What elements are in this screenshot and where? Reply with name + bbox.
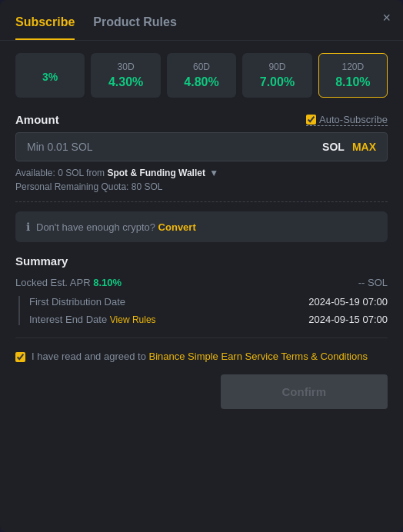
terms-row: I have read and agreed to Binance Simple… (15, 351, 388, 362)
first-dist-value: 2024-05-19 07:00 (308, 296, 388, 308)
auto-subscribe-checkbox[interactable] (306, 115, 316, 125)
duration-card-partial[interactable]: 3% (15, 53, 85, 98)
interest-end-value: 2024-09-15 07:00 (308, 314, 388, 325)
duration-card-120d[interactable]: 120D 8.10% (318, 53, 388, 98)
first-dist-label: First Distribution Date (29, 296, 125, 308)
amount-label: Amount (15, 113, 59, 126)
dropdown-arrow-icon[interactable]: ▼ (209, 168, 218, 178)
duration-row: 3% 30D 4.30% 60D 4.80% 90D 7.00% 120D 8.… (15, 53, 388, 98)
amount-placeholder: Min 0.01 SOL (27, 141, 93, 153)
apr-value: 8.10% (93, 277, 122, 288)
convert-text: Don't have enough crypto? Convert (36, 221, 196, 233)
modal-body: 3% 30D 4.30% 60D 4.80% 90D 7.00% 120D 8.… (0, 41, 403, 421)
duration-days-120d: 120D (325, 62, 381, 72)
view-rules-link[interactable]: View Rules (110, 314, 156, 325)
wallet-info: Available: 0 SOL from Spot & Funding Wal… (15, 168, 388, 178)
duration-days-30d: 30D (98, 62, 153, 72)
quota-info: Personal Remaining Quota: 80 SOL (15, 181, 388, 202)
tab-product-rules[interactable]: Product Rules (93, 15, 176, 40)
auto-subscribe-label[interactable]: Auto-Subscribe (306, 114, 388, 126)
convert-link[interactable]: Convert (158, 221, 196, 233)
info-icon: ℹ (26, 221, 30, 233)
duration-rate-90d: 7.00% (249, 75, 305, 89)
convert-banner: ℹ Don't have enough crypto? Convert (15, 211, 388, 242)
wallet-name[interactable]: Spot & Funding Wallet (107, 168, 205, 178)
close-button[interactable]: × (382, 11, 391, 25)
terms-link[interactable]: Binance Simple Earn Service Terms & Cond… (149, 351, 368, 362)
duration-card-30d[interactable]: 30D 4.30% (91, 53, 160, 98)
amount-currency: SOL (322, 141, 345, 153)
divider (15, 337, 388, 338)
duration-card-90d[interactable]: 90D 7.00% (242, 53, 311, 98)
duration-rate-60d: 4.80% (174, 75, 229, 89)
convert-question: Don't have enough crypto? (36, 221, 155, 233)
duration-days-90d: 90D (249, 62, 305, 72)
duration-rate-120d: 8.10% (325, 75, 381, 89)
amount-right-side: SOL MAX (322, 141, 376, 153)
interest-end-label: Interest End Date View Rules (29, 314, 156, 325)
amount-header: Amount Auto-Subscribe (15, 113, 388, 126)
tab-subscribe[interactable]: Subscribe (15, 15, 75, 40)
summary-title: Summary (15, 254, 388, 268)
apr-sol: -- SOL (358, 277, 388, 288)
interest-end-row: Interest End Date View Rules 2024-09-15 … (29, 314, 388, 325)
confirm-button[interactable]: Confirm (221, 374, 388, 409)
auto-subscribe-text: Auto-Subscribe (319, 114, 388, 125)
terms-text: I have read and agreed to Binance Simple… (32, 351, 368, 362)
duration-days-60d: 60D (174, 62, 229, 72)
apr-label: Locked Est. APR 8.10% (15, 277, 122, 288)
duration-rate-partial: 3% (22, 71, 78, 83)
terms-checkbox[interactable] (15, 352, 25, 362)
apr-row: Locked Est. APR 8.10% -- SOL (15, 277, 388, 288)
available-prefix: Available: 0 SOL from (15, 168, 105, 178)
amount-input-box[interactable]: Min 0.01 SOL SOL MAX (15, 132, 388, 161)
duration-rate-30d: 4.30% (98, 75, 153, 89)
max-button[interactable]: MAX (352, 141, 376, 153)
first-dist-row: First Distribution Date 2024-05-19 07:00 (29, 296, 388, 308)
distribution-rows: First Distribution Date 2024-05-19 07:00… (18, 296, 388, 325)
amount-section: Amount Auto-Subscribe Min 0.01 SOL SOL M… (15, 113, 388, 202)
summary-section: Summary Locked Est. APR 8.10% -- SOL Fir… (15, 254, 388, 325)
duration-card-60d[interactable]: 60D 4.80% (167, 53, 236, 98)
modal: Subscribe Product Rules × 3% 30D 4.30% 6… (0, 0, 403, 532)
modal-header: Subscribe Product Rules × (0, 0, 403, 41)
